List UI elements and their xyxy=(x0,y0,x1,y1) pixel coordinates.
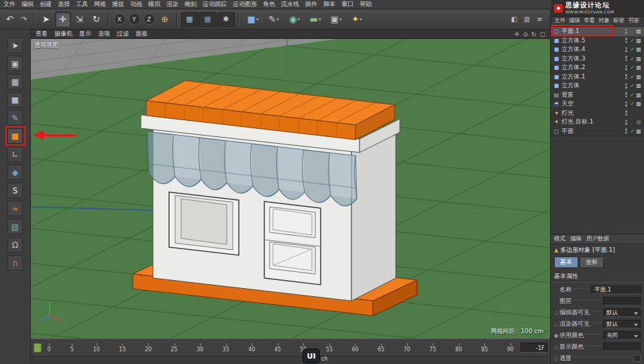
zoom-view-icon[interactable]: ⊙ xyxy=(523,31,528,38)
toggle-view-icon[interactable]: ▢ xyxy=(539,31,545,38)
attribute-value[interactable]: 平面.1 xyxy=(591,285,641,294)
visibility-toggles[interactable] xyxy=(625,65,628,71)
enabled-check-icon[interactable]: ✓ xyxy=(629,101,635,107)
menu-item[interactable]: 运动图形 xyxy=(233,0,257,9)
snap-magnet-button[interactable]: ∩ xyxy=(7,255,23,271)
object-row-plane-1[interactable]: □ 平面.1 ▩ xyxy=(551,27,644,36)
texture-tag-icon[interactable]: ▩ xyxy=(635,38,642,44)
attribute-value[interactable] xyxy=(603,343,641,351)
menu-item[interactable]: 雕刻 xyxy=(184,0,197,9)
enabled-check-icon[interactable]: ✓ xyxy=(629,64,635,71)
object-label[interactable]: 灯光.目标.1 xyxy=(561,118,593,126)
keyframe-dot-icon[interactable]: ● xyxy=(554,333,559,338)
viewport-menu-item[interactable]: 摄像机 xyxy=(54,30,72,38)
object-row-light[interactable]: ✦ 灯光 xyxy=(551,109,644,118)
glove-tool-button[interactable]: ◆ xyxy=(7,165,23,180)
texture-tag-icon[interactable]: ▩ xyxy=(635,46,642,52)
attribute-value[interactable]: 关闭 xyxy=(603,331,641,340)
texture-tag-icon[interactable]: ▩ xyxy=(635,83,642,89)
deformer-button[interactable]: ≈ xyxy=(7,201,23,216)
menu-item[interactable]: 模拟 xyxy=(148,0,160,9)
enabled-check-icon[interactable]: ✓ xyxy=(629,83,635,89)
toolbar-separator[interactable] xyxy=(238,12,239,27)
menu-item[interactable]: 脚本 xyxy=(323,0,335,9)
enabled-check-icon[interactable]: ✓ xyxy=(629,92,635,98)
keyframe-dot-icon[interactable]: ○ xyxy=(554,310,559,316)
scale-tool[interactable]: ⇲ xyxy=(72,11,88,28)
object-manager-menu-item[interactable]: 文件 xyxy=(554,17,566,25)
texture-tag-icon[interactable]: ▩ xyxy=(635,64,642,71)
menu-item[interactable]: 插件 xyxy=(305,0,317,9)
attribute-header-tab[interactable]: 编辑 xyxy=(570,235,582,243)
object-label[interactable]: 立方体.2 xyxy=(561,63,586,72)
attribute-value[interactable]: 默认 xyxy=(603,308,641,317)
lock-y-axis-button[interactable]: Y xyxy=(129,13,140,25)
menu-item[interactable]: 运动跟踪 xyxy=(203,0,227,9)
live-selection-tool[interactable]: ➤ xyxy=(38,11,54,28)
light-button[interactable]: ✦ ▾ xyxy=(347,11,367,28)
model-mode-button[interactable]: ■ xyxy=(7,92,23,107)
visibility-toggles[interactable] xyxy=(625,92,628,97)
menu-item[interactable]: 流水线 xyxy=(281,0,299,9)
rotate-tool[interactable]: ↻ xyxy=(89,11,105,28)
object-row-plane[interactable]: □ 平面 ✓ ▩ xyxy=(551,127,644,136)
move-tool[interactable]: ✛ xyxy=(55,11,71,28)
frame-field[interactable]: -1F xyxy=(521,343,547,353)
texture-mode-button[interactable]: ▦ xyxy=(7,74,23,89)
attribute-header-tab[interactable]: 模式 xyxy=(554,235,566,243)
viewport-menu-item[interactable]: 面板 xyxy=(136,30,148,38)
menu-item[interactable]: 捕捉 xyxy=(112,0,124,9)
object-row-cube-2[interactable]: ■ 立方体.2 ✓ ▩ xyxy=(551,63,644,73)
visibility-toggles[interactable] xyxy=(625,101,628,107)
menu-item[interactable]: 创建 xyxy=(40,0,52,9)
enabled-check-icon[interactable]: ✓ xyxy=(629,74,635,80)
object-row-cube-3[interactable]: ■ 立方体.3 ✓ ▩ xyxy=(551,54,644,64)
viewport-menu-item[interactable]: 显示 xyxy=(79,30,91,38)
subdivision-surface-button[interactable]: ◉ ▾ xyxy=(284,11,305,28)
tab-basic[interactable]: 基本 xyxy=(554,257,578,268)
layout-interface-button[interactable]: ◧ xyxy=(508,13,520,26)
toolbar-separator[interactable] xyxy=(34,12,35,27)
visibility-toggles[interactable] xyxy=(625,56,628,61)
visibility-toggles[interactable] xyxy=(625,29,628,34)
menu-item[interactable]: 选择 xyxy=(58,0,70,9)
menu-item[interactable]: 网格 xyxy=(94,0,106,9)
spline-pen-tool[interactable]: ✎ xyxy=(7,110,23,126)
viewport-3d-canvas[interactable]: 透视视图 网格间距 : 100 cm xyxy=(31,39,550,338)
texture-tag-icon[interactable]: ▩ xyxy=(635,74,642,80)
visibility-toggles[interactable] xyxy=(625,128,628,134)
menu-item[interactable]: 渲染 xyxy=(166,0,178,9)
texture-tag-icon[interactable]: ▩ xyxy=(635,56,642,62)
enabled-check-icon[interactable]: ✓ xyxy=(629,46,635,52)
lock-button[interactable]: Ω xyxy=(7,237,23,253)
object-label[interactable]: 立方体.1 xyxy=(561,73,586,81)
menu-item[interactable]: 角色 xyxy=(263,0,275,9)
rectangle-frame-tool[interactable]: ▣ xyxy=(7,56,23,71)
cube-tool-button[interactable]: ■ xyxy=(7,128,23,144)
object-manager-menu-item[interactable]: 书签 xyxy=(628,17,639,25)
pan-view-icon[interactable]: ✛ xyxy=(515,31,520,38)
animation-timeline[interactable]: 051015202530354045505560657075808590 -1F xyxy=(31,338,550,356)
object-label[interactable]: 背景 xyxy=(561,91,574,99)
current-frame-marker[interactable] xyxy=(34,343,42,353)
texture-tag-icon[interactable]: ▩ xyxy=(635,128,642,134)
redo-button[interactable]: ↷ xyxy=(19,13,30,26)
visibility-toggles[interactable] xyxy=(625,110,628,116)
object-row-sky[interactable]: ◓ 天空 ✓ ▩ xyxy=(551,99,644,109)
menu-item[interactable]: 编辑 xyxy=(21,0,34,9)
texture-tag-icon[interactable]: ◎ xyxy=(635,119,642,125)
object-row-cube[interactable]: ■ 立方体 ✓ ▩ xyxy=(551,81,644,91)
attribute-value[interactable] xyxy=(603,297,641,306)
enabled-check-icon[interactable]: ✓ xyxy=(629,128,635,134)
texture-tag-icon[interactable]: ▩ xyxy=(635,92,642,98)
menu-item[interactable]: 文件 xyxy=(3,0,15,9)
object-label[interactable]: 立方体.5 xyxy=(561,36,586,45)
object-row-background[interactable]: ▤ 背景 ✓ ▩ xyxy=(551,91,644,100)
viewport-menu-item[interactable]: 查看 xyxy=(36,30,48,38)
floor-button[interactable]: ▬ ▾ xyxy=(305,11,325,28)
array-button[interactable]: ▤ xyxy=(7,219,23,234)
object-label[interactable]: 天空 xyxy=(561,99,574,108)
object-label[interactable]: 立方体.4 xyxy=(561,45,586,54)
object-manager-menu-item[interactable]: 标签 xyxy=(613,17,625,25)
visibility-toggles[interactable] xyxy=(625,120,628,125)
